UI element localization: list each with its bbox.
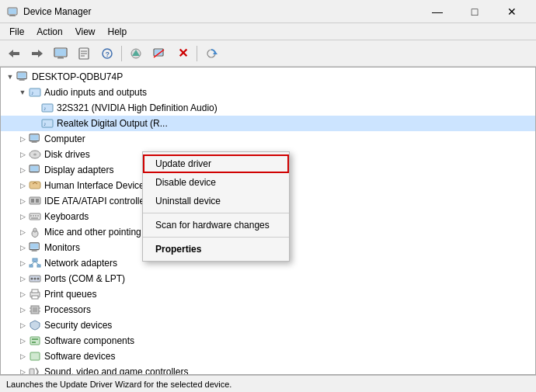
tree-realtek[interactable]: ▷ ♪ Realtek Digital Output (R... xyxy=(1,116,535,131)
svg-rect-80 xyxy=(30,337,40,345)
forward-button[interactable] xyxy=(26,43,48,64)
ctx-separator-2 xyxy=(143,237,289,238)
app-icon xyxy=(6,5,19,18)
back-button[interactable] xyxy=(3,43,25,64)
svg-rect-28 xyxy=(19,80,25,81)
svg-rect-1 xyxy=(9,9,16,14)
svg-rect-47 xyxy=(31,199,34,203)
tree-software-components[interactable]: ▷ Software components xyxy=(1,333,535,349)
sound-icon xyxy=(29,366,41,374)
svg-line-65 xyxy=(31,262,35,265)
svg-point-70 xyxy=(37,278,40,280)
svg-rect-3 xyxy=(9,16,16,16)
help-button[interactable]: ? xyxy=(96,43,118,64)
menu-action[interactable]: Action xyxy=(30,25,68,39)
svg-rect-50 xyxy=(30,215,32,217)
close-button[interactable]: ✕ xyxy=(494,0,530,23)
monitors-expand: ▷ xyxy=(16,241,29,254)
network-expand: ▷ xyxy=(16,257,29,269)
monitors-icon xyxy=(29,241,41,254)
svg-rect-59 xyxy=(30,244,39,249)
window-controls: — □ ✕ xyxy=(419,0,530,23)
update-driver-button[interactable] xyxy=(125,43,147,64)
mice-icon xyxy=(29,226,41,238)
security-label: Security devices xyxy=(44,320,112,331)
toolbar: ? ✕ xyxy=(0,40,536,67)
toolbar-separator-2 xyxy=(197,46,197,61)
properties-button[interactable] xyxy=(73,43,95,64)
ports-expand: ▷ xyxy=(16,272,29,285)
print-label: Print queues xyxy=(44,289,96,300)
main-area: ▼ DESKTOP-QDBU74P ▼ ♪ Audio inputs an xyxy=(0,67,536,375)
maximize-button[interactable]: □ xyxy=(457,0,492,23)
tree-audio-inputs[interactable]: ▼ ♪ Audio inputs and outputs xyxy=(1,85,535,100)
tree-sound[interactable]: ▷ Sound, video and game controllers xyxy=(1,364,535,374)
svg-rect-54 xyxy=(31,217,38,219)
ctx-scan-hardware[interactable]: Scan for hardware changes xyxy=(143,216,289,234)
svg-marker-6 xyxy=(38,50,43,57)
32s321-icon: ♪ xyxy=(41,102,54,114)
svg-rect-72 xyxy=(32,290,38,293)
disk-label: Disk drives xyxy=(44,149,90,160)
svg-text:♪: ♪ xyxy=(44,106,47,111)
tree-computer[interactable]: ▷ Computer xyxy=(1,131,535,147)
ctx-uninstall-device[interactable]: Uninstall device xyxy=(143,192,289,210)
monitors-label: Monitors xyxy=(44,242,80,253)
minimize-button[interactable]: — xyxy=(419,0,455,23)
tree-root[interactable]: ▼ DESKTOP-QDBU74P xyxy=(1,69,535,85)
ctx-separator-1 xyxy=(143,213,289,213)
svg-rect-64 xyxy=(37,265,40,267)
computer-icon-button[interactable] xyxy=(50,43,71,64)
computer-node-icon xyxy=(29,133,41,145)
svg-rect-7 xyxy=(32,52,38,55)
svg-rect-84 xyxy=(30,369,34,374)
print-icon xyxy=(29,288,41,300)
svg-rect-42 xyxy=(30,166,39,172)
svg-marker-24 xyxy=(213,51,218,54)
computer-label: Computer xyxy=(44,134,85,144)
proc-label: Processors xyxy=(44,304,91,315)
tree-software-devices[interactable]: ▷ Software devices xyxy=(1,349,535,364)
svg-rect-62 xyxy=(33,258,37,262)
menu-file[interactable]: File xyxy=(3,25,30,39)
scan-button[interactable] xyxy=(200,43,222,64)
tree-print-queues[interactable]: ▷ Print queues xyxy=(1,286,535,302)
kb-icon xyxy=(29,210,41,223)
tree-processors[interactable]: ▷ Processors xyxy=(1,302,535,317)
root-computer-icon xyxy=(16,71,29,83)
menu-bar: File Action View Help xyxy=(0,23,536,40)
root-label: DESKTOP-QDBU74P xyxy=(32,71,123,82)
tree-32s321[interactable]: ▷ ♪ 32S321 (NVIDIA High Definition Audio… xyxy=(1,100,535,116)
ctx-disable-device[interactable]: Disable device xyxy=(143,173,289,192)
uninstall-button[interactable]: ✕ xyxy=(172,43,193,64)
security-icon xyxy=(29,319,41,331)
sw-dev-label: Software devices xyxy=(44,351,115,362)
menu-view[interactable]: View xyxy=(69,25,102,39)
svg-rect-73 xyxy=(32,296,38,299)
svg-rect-83 xyxy=(30,352,40,360)
status-bar: Launches the Update Driver Wizard for th… xyxy=(0,375,536,392)
sw-comp-icon xyxy=(29,335,41,347)
disable-button[interactable] xyxy=(148,43,170,64)
display-label: Display adapters xyxy=(44,165,113,175)
audio-inputs-expand: ▼ xyxy=(16,86,29,99)
svg-point-40 xyxy=(33,154,37,156)
svg-rect-60 xyxy=(33,250,37,251)
ctx-properties[interactable]: Properties xyxy=(143,240,289,258)
window-title: Device Manager xyxy=(23,6,419,17)
svg-rect-81 xyxy=(32,338,38,340)
ctx-update-driver[interactable]: Update driver xyxy=(143,154,289,173)
tree-ports[interactable]: ▷ Ports (COM & LPT) xyxy=(1,271,535,286)
hid-label: Human Interface Devices xyxy=(44,180,149,191)
svg-rect-51 xyxy=(33,215,34,217)
ports-label: Ports (COM & LPT) xyxy=(44,273,125,284)
svg-rect-26 xyxy=(18,73,26,78)
network-icon xyxy=(29,257,41,269)
display-icon xyxy=(29,164,41,176)
realtek-label: Realtek Digital Output (R... xyxy=(57,118,168,129)
svg-rect-27 xyxy=(20,79,24,80)
display-expand: ▷ xyxy=(16,164,29,176)
menu-help[interactable]: Help xyxy=(102,25,134,39)
tree-security[interactable]: ▷ Security devices xyxy=(1,317,535,333)
kb-label: Keyboards xyxy=(44,211,89,222)
